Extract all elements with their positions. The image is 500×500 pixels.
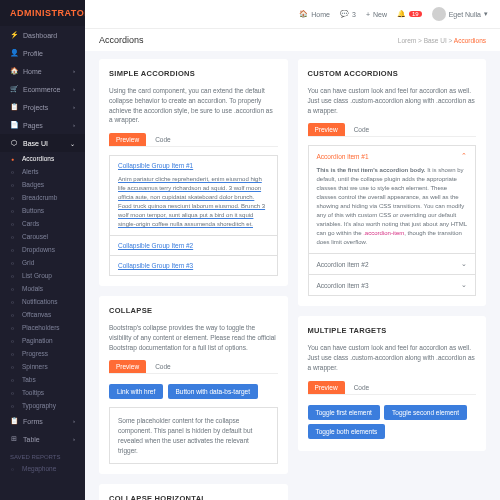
brand-logo: ADMINISTRATOR (0, 0, 85, 26)
tab-code[interactable]: Code (148, 133, 178, 146)
accordion-body: Anim pariatur cliche reprehenderit, enim… (118, 169, 269, 229)
nav-icon: 📄 (10, 121, 18, 129)
card-title: COLLAPSE (109, 306, 278, 315)
tab-preview[interactable]: Preview (109, 133, 146, 146)
crumb[interactable]: Base UI (424, 37, 447, 44)
tab-code[interactable]: Code (347, 381, 377, 394)
chevron-down-icon: ⌄ (461, 281, 467, 289)
home-icon: 🏠 (299, 10, 308, 18)
sub-offcanvas[interactable]: Offcanvas (0, 308, 85, 321)
topbar-bell[interactable]: 🔔19 (397, 10, 422, 18)
chevron-right-icon: › (73, 122, 75, 128)
topbar-chat[interactable]: 💬3 (340, 10, 356, 18)
saved-item[interactable]: Megaphone (0, 462, 85, 475)
collapse-well: Some placeholder content for the collaps… (109, 407, 278, 464)
nav-ecommerce[interactable]: 🛒Ecommerce› (0, 80, 85, 98)
tab-code[interactable]: Code (148, 360, 178, 373)
card-custom-accordions: CUSTOM ACCORDIONS You can have custom lo… (298, 59, 487, 306)
custom-accordion-item-1[interactable]: Accordion item #1⌃ This is the first ite… (308, 145, 477, 253)
chevron-right-icon: › (73, 104, 75, 110)
nav-table[interactable]: ⊞Table› (0, 430, 85, 448)
custom-accordion-item-2[interactable]: Accordion item #2⌄ (308, 253, 477, 274)
nav-profile[interactable]: 👤Profile (0, 44, 85, 62)
crumb[interactable]: Lorem (398, 37, 416, 44)
card-desc: You can have custom look and feel for ac… (308, 86, 477, 115)
sub-tabs[interactable]: Tabs (0, 373, 85, 386)
card-desc: Using the card component, you can extend… (109, 86, 278, 125)
nav-projects[interactable]: 📋Projects› (0, 98, 85, 116)
topbar: 🏠Home 💬3 +New 🔔19 Eget Nulla▾ (85, 0, 500, 28)
link-href-button[interactable]: Link with href (109, 384, 163, 399)
nav-icon: ⚡ (10, 31, 18, 39)
avatar (432, 7, 446, 21)
tab-code[interactable]: Code (347, 123, 377, 136)
chevron-up-icon: ⌃ (461, 152, 467, 160)
toggle-both-button[interactable]: Toggle both elements (308, 424, 386, 439)
sub-accordions[interactable]: Accordions (0, 152, 85, 165)
saved-reports-header: SAVED REPORTS (0, 448, 85, 462)
topbar-new[interactable]: +New (366, 11, 387, 18)
card-collapse: COLLAPSE Bootstrap's collapse provides t… (99, 296, 288, 474)
chevron-down-icon: ⌄ (461, 260, 467, 268)
card-title: CUSTOM ACCORDIONS (308, 69, 477, 78)
sub-tooltips[interactable]: Tooltips (0, 386, 85, 399)
sub-badges[interactable]: Badges (0, 178, 85, 191)
nav-icon: 📋 (10, 103, 18, 111)
chevron-right-icon: › (73, 68, 75, 74)
sub-grid[interactable]: Grid (0, 256, 85, 269)
nav-home[interactable]: 🏠Home› (0, 62, 85, 80)
sub-carousel[interactable]: Carousel (0, 230, 85, 243)
nav-forms[interactable]: 📋Forms› (0, 412, 85, 430)
sub-progress[interactable]: Progress (0, 347, 85, 360)
accordion-item-1[interactable]: Collapsible Group Item #1 Anim pariatur … (109, 155, 278, 235)
card-simple-accordions: SIMPLE ACCORDIONS Using the card compone… (99, 59, 288, 286)
sub-cards[interactable]: Cards (0, 217, 85, 230)
nav-icon: ⊞ (10, 435, 18, 443)
nav-base-ui[interactable]: ⬡ Base UI ⌄ (0, 134, 85, 152)
sub-alerts[interactable]: Alerts (0, 165, 85, 178)
nav-pages[interactable]: 📄Pages› (0, 116, 85, 134)
sub-notifications[interactable]: Notifications (0, 295, 85, 308)
sub-placeholders[interactable]: Placeholders (0, 321, 85, 334)
nav-label: Base UI (23, 140, 48, 147)
nav-dashboard[interactable]: ⚡Dashboard (0, 26, 85, 44)
sub-spinners[interactable]: Spinners (0, 360, 85, 373)
accordion-item-3[interactable]: Collapsible Group Item #3 (109, 255, 278, 276)
chevron-right-icon: › (73, 86, 75, 92)
page-title: Accordions (99, 35, 144, 45)
sub-dropdowns[interactable]: Dropdowns (0, 243, 85, 256)
tab-preview[interactable]: Preview (308, 381, 345, 394)
sub-modals[interactable]: Modals (0, 282, 85, 295)
nav-icon: 🏠 (10, 67, 18, 75)
card-desc: You can have custom look and feel for ac… (308, 343, 477, 372)
card-desc: Bootstrap's collapse provides the way to… (109, 323, 278, 352)
breadcrumb: Lorem > Base UI > Accordions (398, 37, 486, 44)
tab-preview[interactable]: Preview (308, 123, 345, 136)
topbar-home[interactable]: 🏠Home (299, 10, 330, 18)
card-title: SIMPLE ACCORDIONS (109, 69, 278, 78)
sub-breadcrumb[interactable]: Breadcrumb (0, 191, 85, 204)
card-title: MULTIPLE TARGETS (308, 326, 477, 335)
notif-badge: 19 (409, 11, 422, 17)
chevron-right-icon: › (73, 418, 75, 424)
tab-preview[interactable]: Preview (109, 360, 146, 373)
nav-icon: 🛒 (10, 85, 18, 93)
nav-icon: 👤 (10, 49, 18, 57)
sub-typography[interactable]: Typography (0, 399, 85, 412)
crumb-current: Accordions (454, 37, 486, 44)
base-ui-icon: ⬡ (10, 139, 18, 147)
toggle-second-button[interactable]: Toggle second element (384, 405, 467, 420)
sub-buttons[interactable]: Buttons (0, 204, 85, 217)
topbar-user[interactable]: Eget Nulla▾ (432, 7, 488, 21)
accordion-item-2[interactable]: Collapsible Group Item #2 (109, 235, 278, 255)
sub-pagination[interactable]: Pagination (0, 334, 85, 347)
bell-icon: 🔔 (397, 10, 406, 18)
bs-target-button[interactable]: Button with data-bs-target (168, 384, 258, 399)
chevron-down-icon: ▾ (484, 10, 488, 18)
plus-icon: + (366, 11, 370, 18)
nav-icon: 📋 (10, 417, 18, 425)
sub-list-group[interactable]: List Group (0, 269, 85, 282)
custom-accordion-item-3[interactable]: Accordion item #3⌄ (308, 274, 477, 296)
card-title: COLLAPSE HORIZONTAL (109, 494, 278, 500)
toggle-first-button[interactable]: Toggle first element (308, 405, 380, 420)
